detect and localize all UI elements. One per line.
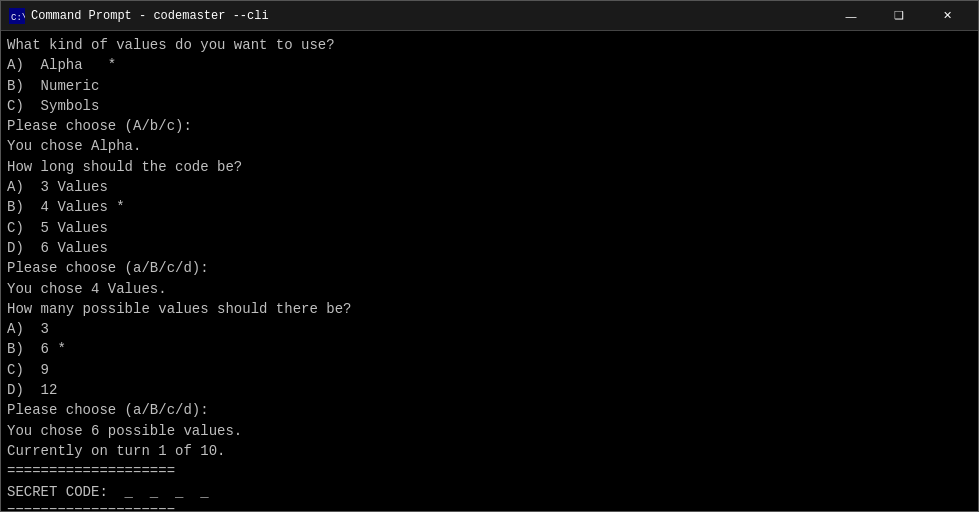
terminal-line: B) 4 Values *: [7, 197, 972, 217]
close-button[interactable]: ✕: [924, 1, 970, 31]
terminal-line: SECRET CODE: _ _ _ _: [7, 482, 972, 502]
terminal-line: C) 9: [7, 360, 972, 380]
terminal-line: A) 3: [7, 319, 972, 339]
title-bar-controls: — ❑ ✕: [828, 1, 970, 31]
terminal-line: D) 6 Values: [7, 238, 972, 258]
terminal-line: Currently on turn 1 of 10.: [7, 441, 972, 461]
terminal-output: What kind of values do you want to use?A…: [1, 31, 978, 511]
terminal-line: You chose 6 possible values.: [7, 421, 972, 441]
terminal-line: Please choose (A/b/c):: [7, 116, 972, 136]
terminal-line: C) Symbols: [7, 96, 972, 116]
terminal-line: B) 6 *: [7, 339, 972, 359]
terminal-line: You chose 4 Values.: [7, 279, 972, 299]
terminal-line: Please choose (a/B/c/d):: [7, 400, 972, 420]
terminal-line: You chose Alpha.: [7, 136, 972, 156]
terminal-line: Please choose (a/B/c/d):: [7, 258, 972, 278]
terminal-line: D) 12: [7, 380, 972, 400]
window: C:\ Command Prompt - codemaster --cli — …: [0, 0, 979, 512]
terminal-line: How long should the code be?: [7, 157, 972, 177]
title-bar-title: Command Prompt - codemaster --cli: [31, 9, 269, 23]
title-bar: C:\ Command Prompt - codemaster --cli — …: [1, 1, 978, 31]
minimize-button[interactable]: —: [828, 1, 874, 31]
terminal-line: C) 5 Values: [7, 218, 972, 238]
terminal-line: What kind of values do you want to use?: [7, 35, 972, 55]
terminal-line: How many possible values should there be…: [7, 299, 972, 319]
svg-text:C:\: C:\: [11, 13, 25, 23]
cmd-icon: C:\: [9, 8, 25, 24]
title-bar-left: C:\ Command Prompt - codemaster --cli: [9, 8, 269, 24]
terminal-line: B) Numeric: [7, 76, 972, 96]
terminal-line: ====================: [7, 502, 972, 511]
terminal-line: ====================: [7, 461, 972, 481]
maximize-button[interactable]: ❑: [876, 1, 922, 31]
terminal-line: A) 3 Values: [7, 177, 972, 197]
terminal-line: A) Alpha *: [7, 55, 972, 75]
